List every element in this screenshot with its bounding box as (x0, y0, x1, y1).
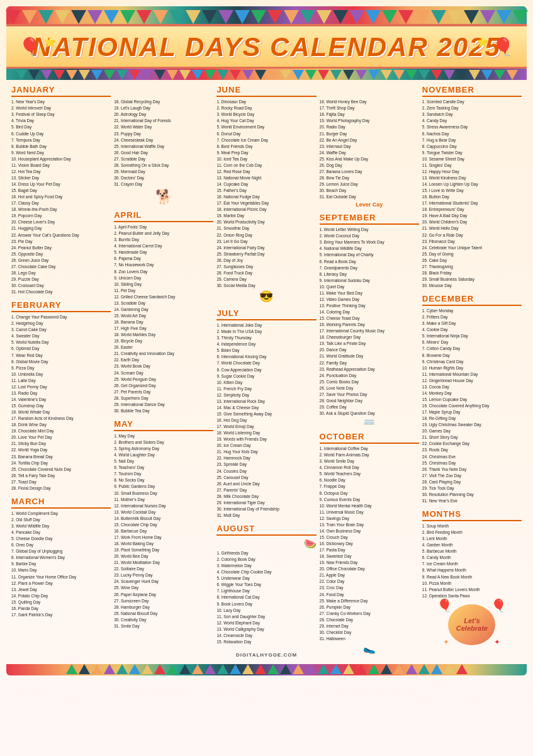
february-title: FEBRUARY (11, 300, 111, 312)
november-title: NOVEMBER (422, 85, 522, 97)
august-section: AUGUST 🍉 1. Girlfriends Day 2. Coloring … (216, 524, 316, 645)
march2-days: 18. Global Recycling Day 19. Let's Laugh… (114, 99, 213, 188)
page-title: NATIONAL DAYS CALENDAR 2025 (6, 33, 527, 62)
june-section: JUNE 1. Dinosaur Day 2. Rocky Road Day 3… (216, 85, 316, 303)
bottom-border (6, 664, 527, 675)
website-url: DIGITALHYGGE.COM (216, 650, 316, 659)
pennants-2 (15, 70, 519, 80)
bottom-pennants (65, 664, 468, 674)
celebrate-section: 🎈 🎈 Let'sCelebrate ✦ ✦ (422, 604, 522, 645)
july-title: JULY (216, 308, 316, 320)
august-days: 1. Girlfriends Day 2. Coloring Book Day … (216, 550, 316, 645)
march-section: MARCH 1. World Compliment Day 2. Old Stu… (11, 497, 111, 618)
column-5: NOVEMBER 1. Scented Candle Day 2. Zero T… (422, 85, 522, 659)
may-days: 1. May Day 2. Brothers and Sisters Day 3… (114, 433, 213, 629)
november-section: NOVEMBER 1. Scented Candle Day 2. Zero T… (422, 85, 522, 289)
october-title: OCTOBER (320, 432, 419, 444)
december-title: DECEMBER (422, 294, 522, 306)
celebrate-badge: Let'sCelebrate (448, 604, 495, 645)
june-title: JUNE (216, 85, 316, 97)
january-section: JANUARY 1. New Year's Day 2. World Intro… (11, 85, 111, 295)
march2-section: MARCH 18. Global Recycling Day 19. Let's… (114, 85, 213, 205)
september-title: SEPTEMBER (320, 213, 419, 225)
july-days: 1. International Joke Day 2. Made In The… (216, 322, 316, 519)
calendar-grid: JANUARY 1. New Year's Day 2. World Intro… (6, 82, 527, 662)
website-footer: DIGITALHYGGE.COM (216, 650, 316, 659)
pennants (5, 10, 529, 24)
column-2: MARCH 18. Global Recycling Day 19. Let's… (114, 85, 213, 659)
celebrate-text: Let'sCelebrate (456, 617, 488, 632)
top-banner (6, 6, 527, 24)
october-section: OCTOBER 1. International Coffee Day 2. W… (320, 432, 419, 654)
january-days: 1. New Year's Day 2. World Introvert Day… (11, 99, 111, 295)
lever-cay-label: Lever Cay (320, 201, 419, 208)
december-days: 1. Cyber Monday 2. Fritters Day 3. Make … (422, 308, 522, 504)
months-section: MONTHS 1. Soup Month 2. Bird Feeding Mon… (422, 509, 522, 599)
april-title: APRIL (114, 210, 213, 222)
months-title: MONTHS (422, 509, 522, 521)
november-days: 1. Scented Candle Day 2. Zero Tasking Da… (422, 99, 522, 289)
october-days: 1. International Coffee Day 2. World Far… (320, 446, 419, 642)
july-section: JULY 1. International Joke Day 2. Made I… (216, 308, 316, 519)
december-section: DECEMBER 1. Cyber Monday 2. Fritters Day… (422, 294, 522, 504)
months-list: 1. Soup Month 2. Bird Feeding Month 3. L… (422, 523, 522, 599)
column-3: JUNE 1. Dinosaur Day 2. Rocky Road Day 3… (216, 85, 316, 659)
february-section: FEBRUARY 1. Change Your Password Day 2. … (11, 300, 111, 492)
column-1: JANUARY 1. New Year's Day 2. World Intro… (11, 85, 111, 659)
august-title: AUGUST (216, 524, 316, 536)
may-title: MAY (114, 419, 213, 431)
page: 🎈 ⭐ ⭐ 🎈 NATIONAL DAYS CALENDAR 2025 (0, 0, 533, 756)
september-section: SEPTEMBER 1. World Letter Writing Day 2.… (320, 213, 419, 427)
title-section: 🎈 ⭐ ⭐ 🎈 NATIONAL DAYS CALENDAR 2025 (6, 24, 527, 69)
june2-section: JUNE 16. World Honey Bee Day 17. Thrift … (320, 85, 419, 208)
february-days: 1. Change Your Password Day 2. Hedgehog … (11, 314, 111, 492)
april-section: APRIL 1. April Fools' Day 2. Peanut Butt… (114, 210, 213, 414)
june-days: 1. Dinosaur Day 2. Rocky Road Day 3. Wor… (216, 99, 316, 289)
march-title: MARCH (11, 497, 111, 509)
september-days: 1. World Letter Writing Day 2. World Coc… (320, 227, 419, 417)
may-section: MAY 1. May Day 2. Brothers and Sisters D… (114, 419, 213, 629)
bottom-banner (6, 69, 527, 80)
june2-days: 16. World Honey Bee Day 17. Thrift Shop … (320, 99, 419, 200)
column-4: JUNE 16. World Honey Bee Day 17. Thrift … (320, 85, 419, 659)
april-days: 1. April Fools' Day 2. Peanut Butter and… (114, 224, 213, 414)
march-days: 1. World Compliment Day 2. Old Stuff Day… (11, 511, 111, 618)
january-title: JANUARY (11, 85, 111, 97)
